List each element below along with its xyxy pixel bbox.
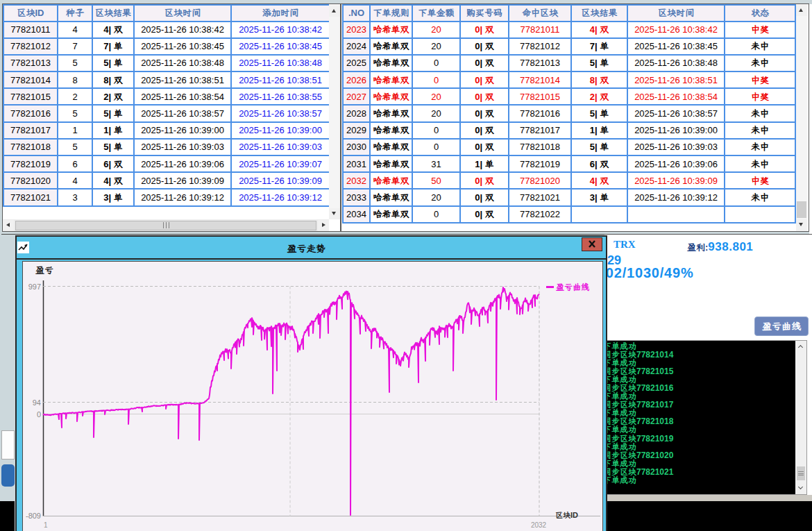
svg-text:94: 94 (33, 398, 41, 407)
svg-text:盈亏: 盈亏 (35, 265, 53, 276)
svg-text:-809: -809 (26, 512, 41, 520)
svg-text:盈亏曲线: 盈亏曲线 (556, 283, 589, 292)
svg-text:1: 1 (44, 521, 48, 529)
svg-text:2032: 2032 (531, 521, 547, 529)
svg-text:997: 997 (28, 283, 41, 291)
svg-text:0: 0 (37, 410, 41, 419)
